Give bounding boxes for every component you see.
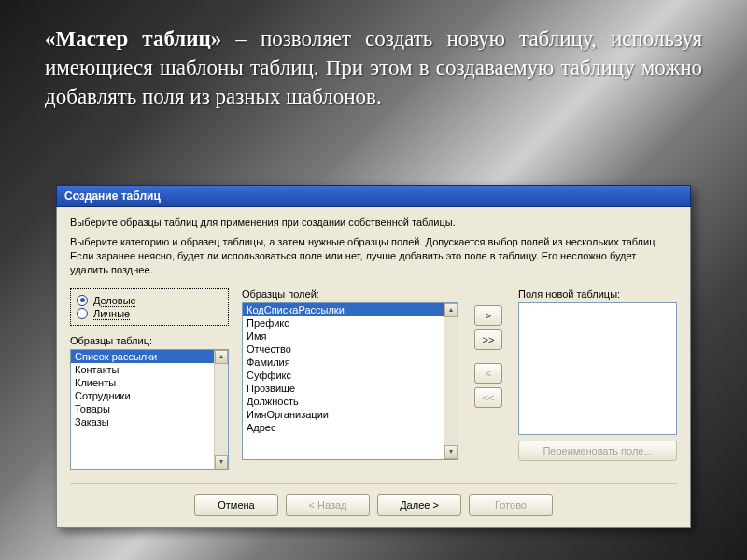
scrollbar[interactable]: ▴ ▾ (214, 350, 228, 469)
list-item[interactable]: Фамилия (243, 356, 458, 369)
radio-personal[interactable]: Личные (77, 308, 222, 319)
list-item[interactable]: Товары (71, 402, 228, 415)
slide-heading: «Мастер таблиц» – позволяет создать нову… (45, 24, 702, 111)
right-column: Поля новой таблицы: Переименовать поле..… (518, 288, 677, 470)
intro-text-2: Выберите категорию и образец таблицы, а … (70, 235, 677, 277)
list-item[interactable]: Прозвище (243, 382, 458, 395)
add-all-fields-button[interactable]: >> (474, 329, 502, 350)
remove-field-button[interactable]: < (474, 363, 502, 384)
heading-bold: «Мастер таблиц» (45, 27, 221, 50)
scroll-up-icon[interactable]: ▴ (215, 350, 228, 364)
sample-tables-label: Образцы таблиц: (70, 335, 229, 346)
dialog-body: Выберите образцы таблиц для применения п… (56, 207, 691, 528)
radio-icon (77, 295, 88, 306)
list-item[interactable]: Клиенты (71, 376, 228, 389)
radio-business[interactable]: Деловые (77, 295, 222, 306)
wizard-footer: Отмена < Назад Далее > Готово (70, 483, 677, 516)
scroll-down-icon[interactable]: ▾ (444, 445, 458, 459)
rename-field-button[interactable]: Переименовать поле... (518, 441, 677, 461)
remove-all-fields-button[interactable]: << (474, 387, 502, 408)
cancel-button[interactable]: Отмена (194, 494, 278, 516)
dialog-titlebar[interactable]: Создание таблиц (56, 185, 691, 207)
left-column: Деловые Личные Образцы таблиц: Список ра… (70, 288, 229, 470)
sample-tables-listbox[interactable]: Список рассылкиКонтактыКлиентыСотрудники… (70, 349, 229, 470)
list-item[interactable]: Имя (243, 329, 458, 343)
list-item[interactable]: Должность (243, 395, 458, 408)
radio-personal-label: Личные (93, 308, 130, 319)
category-radio-group: Деловые Личные (70, 288, 229, 326)
intro-text-1: Выберите образцы таблиц для применения п… (70, 217, 677, 228)
sample-fields-listbox[interactable]: КодСпискаРассылкиПрефиксИмяОтчествоФамил… (242, 302, 458, 460)
list-item[interactable]: Отчество (243, 343, 458, 356)
new-fields-label: Поля новой таблицы: (518, 288, 677, 300)
new-fields-listbox[interactable] (518, 302, 677, 435)
back-button[interactable]: < Назад (286, 494, 370, 516)
sample-tables-items: Список рассылкиКонтактыКлиентыСотрудники… (71, 350, 228, 428)
list-item[interactable]: Суффикс (243, 369, 458, 382)
move-buttons-column: > >> < << (472, 288, 505, 470)
list-item[interactable]: Список рассылки (71, 350, 228, 363)
list-item[interactable]: Сотрудники (71, 389, 228, 402)
scroll-down-icon[interactable]: ▾ (215, 455, 228, 469)
radio-business-label: Деловые (93, 295, 136, 306)
scroll-up-icon[interactable]: ▴ (444, 303, 458, 317)
sample-fields-label: Образцы полей: (242, 288, 458, 300)
scrollbar[interactable]: ▴ ▾ (444, 303, 458, 459)
list-item[interactable]: Префикс (243, 316, 458, 329)
middle-column: Образцы полей: КодСпискаРассылкиПрефиксИ… (242, 288, 458, 470)
add-field-button[interactable]: > (474, 305, 502, 326)
radio-icon (77, 308, 88, 319)
list-item[interactable]: ИмяОрганизации (243, 408, 458, 421)
dialog-window: Создание таблиц Выберите образцы таблиц … (56, 185, 691, 528)
dialog-title: Создание таблиц (64, 189, 161, 203)
finish-button[interactable]: Готово (469, 494, 553, 516)
sample-fields-items: КодСпискаРассылкиПрефиксИмяОтчествоФамил… (243, 303, 458, 434)
list-item[interactable]: Заказы (71, 415, 228, 428)
list-item[interactable]: КодСпискаРассылки (243, 303, 458, 316)
next-button[interactable]: Далее > (377, 494, 461, 516)
list-item[interactable]: Адрес (243, 421, 458, 434)
slide: «Мастер таблиц» – позволяет создать нову… (0, 0, 747, 560)
list-item[interactable]: Контакты (71, 363, 228, 376)
